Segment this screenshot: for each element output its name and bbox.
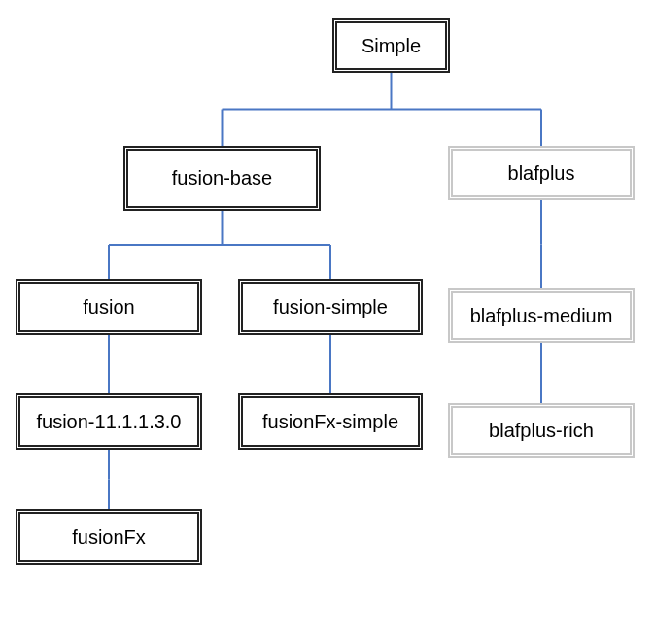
node-fusion: fusion	[16, 279, 202, 335]
node-fusionfx: fusionFx	[16, 509, 202, 565]
node-fusion-111130: fusion-11.1.1.3.0	[16, 393, 202, 450]
node-simple: Simple	[332, 18, 450, 73]
node-fusionfx-simple: fusionFx-simple	[238, 393, 423, 450]
node-fusion-simple: fusion-simple	[238, 279, 423, 335]
node-blafplus: blafplus	[448, 146, 635, 200]
node-fusion-base: fusion-base	[123, 146, 321, 211]
node-blafplus-medium: blafplus-medium	[448, 288, 635, 343]
node-blafplus-rich: blafplus-rich	[448, 403, 635, 458]
